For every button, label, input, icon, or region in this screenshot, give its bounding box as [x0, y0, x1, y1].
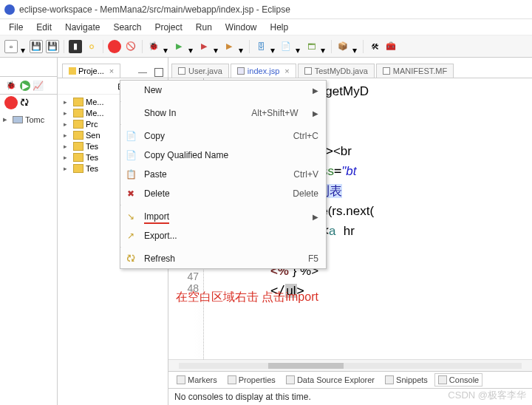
menu-edit[interactable]: Edit [30, 21, 58, 34]
twist-icon[interactable]: ▸ [64, 143, 71, 150]
bt-label: Properties [239, 375, 276, 384]
ctx-show-in[interactable]: Show InAlt+Shift+W ▶ [120, 103, 326, 123]
menu-run[interactable]: Run [190, 21, 218, 34]
ctx-refresh[interactable]: 🗘RefreshF5 [120, 249, 326, 268]
tab-console[interactable]: Console [434, 373, 482, 387]
dropdown-icon[interactable]: ▾ [352, 45, 358, 48]
tools-icon[interactable]: 🧰 [384, 40, 398, 53]
stop-icon[interactable] [4, 96, 18, 109]
editor-tab-testdb[interactable]: TestMyDb.java [298, 64, 375, 78]
project-icon [73, 142, 83, 151]
horizontal-scrollbar[interactable] [168, 359, 532, 371]
terminal-icon[interactable]: ▮ [69, 40, 82, 53]
new-jsp-icon[interactable]: 📄 [279, 40, 293, 53]
coverage-icon[interactable]: ▶ [197, 40, 211, 53]
pe-tab-row: Proje... × — [58, 58, 168, 78]
separator [249, 40, 250, 53]
stop-icon[interactable] [108, 40, 121, 53]
ctx-export[interactable]: ↗Export... [120, 226, 326, 245]
side-tab[interactable] [0, 58, 57, 77]
dropdown-icon[interactable]: ▾ [21, 45, 27, 48]
ctx-sep [120, 247, 121, 248]
new-servlet-icon[interactable]: 🗔 [304, 40, 318, 53]
bt-label: Data Source Explorer [297, 375, 375, 384]
dropdown-icon[interactable]: ▾ [214, 45, 219, 48]
twist-icon[interactable]: ▸ [64, 154, 71, 161]
titlebar: eclipse-workspace - MemMana2/src/main/we… [0, 0, 532, 19]
menu-help[interactable]: Help [265, 21, 295, 34]
menu-navigate[interactable]: Navigate [59, 21, 106, 34]
code-tag: a [329, 224, 335, 238]
tab-label: MANIFEST.MF [393, 67, 447, 75]
ctx-paste[interactable]: 📋PasteCtrl+V [120, 165, 326, 184]
ext-tools-icon[interactable]: ▶ [222, 40, 236, 53]
dropdown-icon[interactable]: ▾ [188, 45, 194, 48]
console-msg: No consoles to display at this time. [174, 392, 311, 402]
properties-icon [228, 375, 236, 384]
editor-tab-user[interactable]: User.java [171, 64, 229, 78]
close-icon[interactable]: × [284, 67, 289, 75]
tab-dse[interactable]: Data Source Explorer [282, 373, 378, 387]
editor-tab-index[interactable]: index.jsp× [231, 64, 296, 78]
build-icon[interactable]: 🛠 [368, 40, 381, 53]
run-icon[interactable]: ▶ [20, 81, 30, 91]
twist-icon[interactable]: ▸ [64, 165, 71, 172]
pe-node-label: Tes [86, 153, 98, 162]
debug-icon[interactable]: 🐞 [147, 40, 160, 53]
tab-properties[interactable]: Properties [224, 373, 279, 387]
scroll-track[interactable] [179, 363, 522, 369]
pe-tab[interactable]: Proje... × [62, 64, 120, 78]
pe-node-label: Me... [86, 98, 103, 106]
scroll-thumb[interactable] [268, 363, 344, 369]
ctx-copy-qualified[interactable]: 📄Copy Qualified Name [120, 146, 326, 165]
no-icon[interactable]: 🚫 [124, 40, 137, 53]
dropdown-icon[interactable]: ▾ [296, 45, 301, 48]
profile-icon[interactable]: 📈 [33, 81, 44, 91]
publish-icon[interactable]: 🗘 [20, 98, 29, 108]
tab-snippets[interactable]: Snippets [381, 373, 432, 387]
twist-icon[interactable]: ▸ [64, 109, 71, 117]
project-icon [73, 164, 83, 173]
ctx-label: Export... [144, 231, 318, 241]
twist-icon[interactable]: ▸ [64, 120, 71, 128]
maximize-icon[interactable] [154, 68, 163, 77]
menu-search[interactable]: Search [107, 21, 147, 34]
new-icon[interactable]: ▫ [4, 40, 18, 53]
save-all-icon[interactable]: 💾 [46, 40, 59, 53]
ctx-new[interactable]: New▶ [120, 81, 326, 100]
ctx-delete[interactable]: ✖DeleteDelete [120, 184, 326, 203]
dropdown-icon[interactable]: ▾ [239, 45, 245, 48]
menu-project[interactable]: Project [149, 21, 188, 34]
run-icon[interactable]: ▶ [172, 40, 185, 53]
bt-label: Markers [188, 375, 217, 384]
tab-markers[interactable]: Markers [173, 373, 221, 387]
menu-file[interactable]: File [3, 21, 29, 34]
editor-tab-manifest[interactable]: MANIFEST.MF [376, 64, 454, 78]
server-node[interactable]: ▸ Tomc [3, 114, 54, 125]
twist-icon[interactable]: ▸ [3, 115, 10, 124]
skip-icon[interactable]: ⭘ [85, 40, 98, 53]
save-icon[interactable]: 💾 [30, 40, 43, 53]
package-icon[interactable]: 📦 [336, 40, 349, 53]
dropdown-icon[interactable]: ▾ [163, 45, 169, 48]
context-menu: New▶ Show InAlt+Shift+W ▶ 📄CopyCtrl+C 📄C… [120, 80, 327, 269]
close-icon[interactable]: × [109, 67, 114, 75]
file-icon [383, 67, 390, 75]
twist-icon[interactable]: ▸ [64, 132, 71, 139]
code-text: (rs.next( [328, 204, 374, 218]
minimize-icon[interactable]: — [138, 67, 147, 78]
ctx-sep [120, 205, 121, 205]
pe-node-label: Prc [86, 120, 98, 129]
ctx-import[interactable]: ↘Import▶ [120, 207, 326, 226]
twist-icon[interactable]: ▸ [64, 98, 71, 106]
ctx-copy[interactable]: 📄CopyCtrl+C [120, 126, 326, 146]
dropdown-icon[interactable]: ▾ [270, 45, 276, 48]
separator [103, 40, 103, 53]
separator [363, 40, 364, 53]
eclipse-icon [4, 4, 15, 15]
menu-window[interactable]: Window [219, 21, 263, 34]
server-icon[interactable]: 🗄 [254, 40, 267, 53]
dropdown-icon[interactable]: ▾ [321, 45, 327, 48]
debug-icon[interactable]: 🐞 [4, 79, 18, 92]
ctx-label: Copy Qualified Name [144, 150, 318, 160]
